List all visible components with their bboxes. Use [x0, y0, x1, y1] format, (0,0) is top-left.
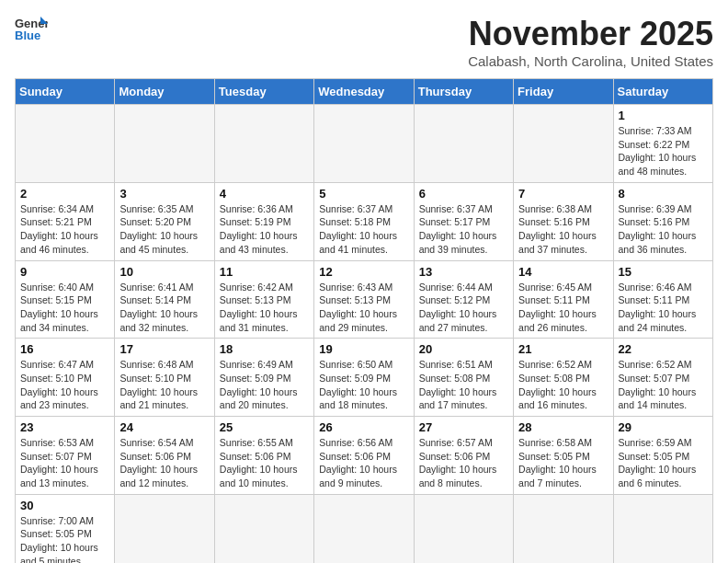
calendar-cell: 30Sunrise: 7:00 AM Sunset: 5:05 PM Dayli…	[16, 494, 115, 563]
calendar-cell: 8Sunrise: 6:39 AM Sunset: 5:16 PM Daylig…	[613, 182, 712, 260]
day-info: Sunrise: 6:49 AM Sunset: 5:09 PM Dayligh…	[220, 358, 309, 412]
day-number: 24	[119, 420, 209, 434]
header: General Blue November 2025 Calabash, Nor…	[15, 15, 713, 69]
day-number: 16	[20, 342, 109, 356]
calendar-title: November 2025	[468, 15, 713, 53]
calendar-week-row: 2Sunrise: 6:34 AM Sunset: 5:21 PM Daylig…	[16, 182, 713, 260]
calendar-cell	[115, 105, 214, 183]
day-number: 5	[319, 187, 408, 201]
calendar-cell: 28Sunrise: 6:58 AM Sunset: 5:05 PM Dayli…	[514, 417, 613, 495]
calendar-cell	[115, 494, 214, 563]
day-info: Sunrise: 6:52 AM Sunset: 5:08 PM Dayligh…	[518, 358, 608, 412]
svg-text:Blue: Blue	[15, 29, 40, 42]
calendar-cell: 12Sunrise: 6:43 AM Sunset: 5:13 PM Dayli…	[314, 260, 414, 339]
day-info: Sunrise: 6:48 AM Sunset: 5:10 PM Dayligh…	[119, 358, 209, 412]
day-number: 19	[319, 342, 408, 356]
day-number: 29	[619, 420, 708, 434]
day-info: Sunrise: 6:50 AM Sunset: 5:09 PM Dayligh…	[319, 358, 408, 412]
calendar-cell	[514, 105, 613, 183]
weekday-header-saturday: Saturday	[613, 79, 712, 105]
calendar-cell: 29Sunrise: 6:59 AM Sunset: 5:05 PM Dayli…	[613, 417, 712, 495]
calendar-week-row: 30Sunrise: 7:00 AM Sunset: 5:05 PM Dayli…	[16, 494, 713, 563]
calendar-cell: 7Sunrise: 6:38 AM Sunset: 5:16 PM Daylig…	[514, 182, 613, 260]
day-info: Sunrise: 6:35 AM Sunset: 5:20 PM Dayligh…	[119, 202, 209, 257]
day-number: 11	[220, 265, 309, 279]
day-info: Sunrise: 6:47 AM Sunset: 5:10 PM Dayligh…	[20, 358, 109, 412]
calendar-cell: 20Sunrise: 6:51 AM Sunset: 5:08 PM Dayli…	[414, 339, 513, 417]
day-info: Sunrise: 6:44 AM Sunset: 5:12 PM Dayligh…	[419, 281, 508, 335]
title-area: November 2025 Calabash, North Carolina, …	[468, 15, 713, 69]
calendar-week-row: 9Sunrise: 6:40 AM Sunset: 5:15 PM Daylig…	[16, 260, 713, 339]
day-number: 17	[119, 342, 209, 356]
day-number: 21	[518, 342, 608, 356]
day-info: Sunrise: 6:41 AM Sunset: 5:14 PM Dayligh…	[119, 281, 209, 335]
day-info: Sunrise: 6:58 AM Sunset: 5:05 PM Dayligh…	[518, 436, 608, 490]
day-info: Sunrise: 6:37 AM Sunset: 5:17 PM Dayligh…	[419, 202, 508, 257]
calendar-cell	[214, 105, 313, 183]
day-number: 3	[119, 187, 209, 201]
calendar-cell: 9Sunrise: 6:40 AM Sunset: 5:15 PM Daylig…	[16, 260, 115, 339]
calendar-cell: 24Sunrise: 6:54 AM Sunset: 5:06 PM Dayli…	[115, 417, 214, 495]
calendar-cell: 19Sunrise: 6:50 AM Sunset: 5:09 PM Dayli…	[314, 339, 414, 417]
calendar-cell: 22Sunrise: 6:52 AM Sunset: 5:07 PM Dayli…	[613, 339, 712, 417]
day-number: 13	[419, 265, 508, 279]
calendar-subtitle: Calabash, North Carolina, United States	[468, 53, 713, 69]
calendar-cell	[314, 105, 414, 183]
calendar-cell: 6Sunrise: 6:37 AM Sunset: 5:17 PM Daylig…	[414, 182, 513, 260]
day-number: 2	[20, 187, 109, 201]
calendar-week-row: 1Sunrise: 7:33 AM Sunset: 6:22 PM Daylig…	[16, 105, 713, 183]
weekday-header-sunday: Sunday	[16, 79, 115, 105]
calendar-cell: 18Sunrise: 6:49 AM Sunset: 5:09 PM Dayli…	[214, 339, 313, 417]
calendar-cell: 1Sunrise: 7:33 AM Sunset: 6:22 PM Daylig…	[613, 105, 712, 183]
day-info: Sunrise: 6:43 AM Sunset: 5:13 PM Dayligh…	[319, 281, 408, 335]
day-info: Sunrise: 7:33 AM Sunset: 6:22 PM Dayligh…	[619, 124, 708, 178]
day-number: 20	[419, 342, 508, 356]
day-info: Sunrise: 6:51 AM Sunset: 5:08 PM Dayligh…	[419, 358, 508, 412]
calendar-cell	[214, 494, 313, 563]
day-number: 23	[20, 420, 109, 434]
day-number: 18	[220, 342, 309, 356]
day-info: Sunrise: 6:54 AM Sunset: 5:06 PM Dayligh…	[119, 436, 209, 490]
weekday-header-friday: Friday	[514, 79, 613, 105]
calendar-cell: 25Sunrise: 6:55 AM Sunset: 5:06 PM Dayli…	[214, 417, 313, 495]
day-number: 14	[518, 265, 608, 279]
day-number: 10	[119, 265, 209, 279]
day-info: Sunrise: 6:59 AM Sunset: 5:05 PM Dayligh…	[619, 436, 708, 490]
day-info: Sunrise: 6:38 AM Sunset: 5:16 PM Dayligh…	[518, 202, 608, 257]
calendar-cell: 3Sunrise: 6:35 AM Sunset: 5:20 PM Daylig…	[115, 182, 214, 260]
day-number: 25	[220, 420, 309, 434]
calendar-cell: 11Sunrise: 6:42 AM Sunset: 5:13 PM Dayli…	[214, 260, 313, 339]
calendar-cell: 13Sunrise: 6:44 AM Sunset: 5:12 PM Dayli…	[414, 260, 513, 339]
calendar-cell	[16, 105, 115, 183]
day-number: 28	[518, 420, 608, 434]
day-info: Sunrise: 6:45 AM Sunset: 5:11 PM Dayligh…	[518, 281, 608, 335]
calendar-cell	[314, 494, 414, 563]
day-info: Sunrise: 6:55 AM Sunset: 5:06 PM Dayligh…	[220, 436, 309, 490]
generalblue-logo-icon: General Blue	[15, 15, 48, 42]
day-info: Sunrise: 7:00 AM Sunset: 5:05 PM Dayligh…	[20, 514, 109, 563]
day-info: Sunrise: 6:34 AM Sunset: 5:21 PM Dayligh…	[20, 202, 109, 257]
calendar-cell: 5Sunrise: 6:37 AM Sunset: 5:18 PM Daylig…	[314, 182, 414, 260]
weekday-header-tuesday: Tuesday	[214, 79, 313, 105]
calendar-cell: 21Sunrise: 6:52 AM Sunset: 5:08 PM Dayli…	[514, 339, 613, 417]
day-info: Sunrise: 6:57 AM Sunset: 5:06 PM Dayligh…	[419, 436, 508, 490]
calendar-cell	[514, 494, 613, 563]
calendar-cell: 14Sunrise: 6:45 AM Sunset: 5:11 PM Dayli…	[514, 260, 613, 339]
calendar-table: SundayMondayTuesdayWednesdayThursdayFrid…	[15, 78, 713, 563]
calendar-cell: 16Sunrise: 6:47 AM Sunset: 5:10 PM Dayli…	[16, 339, 115, 417]
day-number: 1	[619, 109, 708, 122]
day-info: Sunrise: 6:42 AM Sunset: 5:13 PM Dayligh…	[220, 281, 309, 335]
calendar-cell: 2Sunrise: 6:34 AM Sunset: 5:21 PM Daylig…	[16, 182, 115, 260]
day-info: Sunrise: 6:46 AM Sunset: 5:11 PM Dayligh…	[619, 281, 708, 335]
weekday-header-row: SundayMondayTuesdayWednesdayThursdayFrid…	[16, 79, 713, 105]
calendar-cell: 15Sunrise: 6:46 AM Sunset: 5:11 PM Dayli…	[613, 260, 712, 339]
weekday-header-thursday: Thursday	[414, 79, 513, 105]
day-info: Sunrise: 6:56 AM Sunset: 5:06 PM Dayligh…	[319, 436, 408, 490]
day-number: 30	[20, 499, 109, 512]
day-number: 6	[419, 187, 508, 201]
day-number: 15	[619, 265, 708, 279]
calendar-cell: 26Sunrise: 6:56 AM Sunset: 5:06 PM Dayli…	[314, 417, 414, 495]
calendar-week-row: 23Sunrise: 6:53 AM Sunset: 5:07 PM Dayli…	[16, 417, 713, 495]
calendar-cell: 23Sunrise: 6:53 AM Sunset: 5:07 PM Dayli…	[16, 417, 115, 495]
weekday-header-wednesday: Wednesday	[314, 79, 414, 105]
